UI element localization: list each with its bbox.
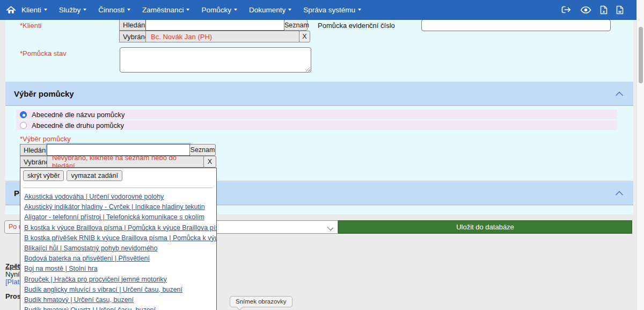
vybrano-label: Vybráno: <box>20 156 47 168</box>
logout-icon[interactable] <box>561 5 572 14</box>
screenshot-tooltip-button[interactable]: Snímek obrazovky <box>230 296 292 307</box>
navbar-actions: x w <box>561 5 624 15</box>
dropdown-separator <box>23 188 213 188</box>
klienti-required-label: *Klienti <box>20 21 41 30</box>
nav-label: Správa systému <box>303 6 355 14</box>
radio-sort-by-type[interactable]: Abecedně dle druhu pomůcky <box>16 120 617 130</box>
pomucka-list-item[interactable]: B kostka přívěšek RNIB k výuce Braillova… <box>24 234 214 242</box>
klienti-search-row: Hledání: Seznam <box>119 19 308 31</box>
nav-label: Služby <box>59 6 81 14</box>
pomucka-list-item[interactable]: Budík hmatový | Určení času, buzení <box>24 296 214 304</box>
radio-label: Abecedně dle názvu pomůcky <box>32 111 125 119</box>
chevron-down-icon <box>44 9 47 11</box>
pomucka-clear-button[interactable]: X <box>203 156 216 168</box>
dropdown-actions: skrýt výběr vymazat zadání <box>23 170 214 181</box>
nav-sprava-systemu[interactable]: Správa systému <box>297 0 367 20</box>
pomucka-list-item[interactable]: Budík anglicky mluvící s vibrací | Určen… <box>24 286 214 293</box>
pomucka-stav-textarea[interactable] <box>120 47 311 73</box>
chevron-up-icon[interactable] <box>615 91 624 97</box>
svg-text:x: x <box>603 9 605 13</box>
nav-label: Činnosti <box>98 6 125 14</box>
eye-icon[interactable] <box>580 6 591 14</box>
chevron-down-icon <box>83 9 86 11</box>
chevron-down-icon <box>127 9 130 11</box>
vyber-pomucky-header[interactable]: Výběr pomůcky <box>5 82 633 106</box>
save-to-database-button[interactable]: Uložit do databáze <box>338 220 632 234</box>
chevron-down-icon <box>234 9 237 11</box>
nav-label: Pomůcky <box>201 6 231 14</box>
klienti-clear-button[interactable]: X <box>299 31 310 42</box>
nav-label: Zaměstnanci <box>142 6 184 14</box>
chevron-down-icon <box>186 9 189 11</box>
pomucka-empty-value: Nevybráno, klikněte na seznam nebo do hl… <box>47 156 204 168</box>
scrollbar-thumb[interactable] <box>639 27 643 83</box>
pomucka-list-item[interactable]: Akustická vodováha | Určení vodorovné po… <box>24 193 214 200</box>
clear-entry-button[interactable]: vymazat zadání <box>67 170 122 181</box>
pomucka-stav-wrap <box>120 47 311 73</box>
radio-label: Abecedně dle druhu pomůcky <box>32 121 124 129</box>
chevron-down-icon <box>288 9 291 11</box>
nav-label: Klienti <box>21 6 41 14</box>
pomucka-dropdown-panel: skrýt výběr vymazat zadání Akustická vod… <box>20 168 217 310</box>
hide-selection-button[interactable]: skrýt výběr <box>23 170 64 181</box>
excel-file-icon[interactable]: x <box>600 5 608 15</box>
hledani-label: Hledání: <box>119 19 146 31</box>
radio-selected-icon[interactable] <box>20 111 27 118</box>
main-navbar: Klienti Služby Činnosti Zaměstnanci Pomů… <box>0 0 636 20</box>
klienti-search-input[interactable] <box>145 19 284 31</box>
scrollbar-track[interactable] <box>636 0 644 310</box>
pomucka-list-item[interactable]: Akustický indikátor hladiny - Cvrček | I… <box>24 203 214 211</box>
pomucka-selected-row: Vybráno: Nevybráno, klikněte na seznam n… <box>20 156 216 168</box>
chevron-up-icon[interactable] <box>615 190 624 196</box>
nav-cinnosti[interactable]: Činnosti <box>92 0 136 20</box>
vybrano-label: Vybráno: <box>119 31 146 42</box>
pomucka-list-item[interactable]: Brouček | Hračka pro procvičení jemné mo… <box>24 276 214 283</box>
radio-unselected-icon[interactable] <box>20 122 27 129</box>
vyber-pomucky-required-label: *Výběr pomůcky <box>20 135 71 143</box>
klienti-selected-row: Vybráno: Bc. Novák Jan (PH) X <box>119 31 310 42</box>
app-window: Klienti Služby Činnosti Zaměstnanci Pomů… <box>0 0 644 310</box>
nav-label: Dokumenty <box>249 6 286 14</box>
nav-dokumenty[interactable]: Dokumenty <box>243 0 297 20</box>
section-title: Výběr pomůcky <box>14 89 74 98</box>
pomucka-list-item[interactable]: Budík hmatový Quartz | Určení času, buze… <box>24 306 214 310</box>
klienti-seznam-button[interactable]: Seznam <box>284 19 308 31</box>
radio-sort-by-name[interactable]: Abecedně dle názvu pomůcky <box>16 110 617 119</box>
evidence-number-label: Pomůcka evidenční číslo <box>318 21 395 30</box>
nav-klienti[interactable]: Klienti <box>16 0 53 20</box>
pomucka-list-item[interactable]: B kostka k výuce Braillova písma | Pomůc… <box>24 224 214 232</box>
word-file-icon[interactable]: w <box>616 5 624 15</box>
evidence-number-input[interactable] <box>421 19 611 31</box>
chevron-down-icon <box>358 9 361 11</box>
chevron-down-icon <box>327 225 333 230</box>
home-icon[interactable] <box>6 6 16 14</box>
pomucka-list-item[interactable]: Aligator - telefonní přístroj | Telefoni… <box>24 213 214 221</box>
svg-text:w: w <box>618 9 621 13</box>
nav-pomucky[interactable]: Pomůcky <box>195 0 243 20</box>
pomucka-list-item[interactable]: Bodová baterka na přisvětlení | Přisvětl… <box>24 255 214 262</box>
pomucka-list: Akustická vodováha | Určení vodorovné po… <box>23 193 214 310</box>
hledani-label: Hledání: <box>20 144 47 156</box>
nav-sluzby[interactable]: Služby <box>53 0 93 20</box>
nav-zamestnanci[interactable]: Zaměstnanci <box>136 0 195 20</box>
pomucka-list-item[interactable]: Blikající hůl | Samostatný pohyb nevidom… <box>24 244 214 252</box>
klienti-selected-value: Bc. Novák Jan (PH) <box>145 31 299 42</box>
pomucka-list-item[interactable]: Boj na mostě | Stolní hra <box>24 265 214 272</box>
pomucka-stav-label: *Pomůcka stav <box>20 49 67 57</box>
